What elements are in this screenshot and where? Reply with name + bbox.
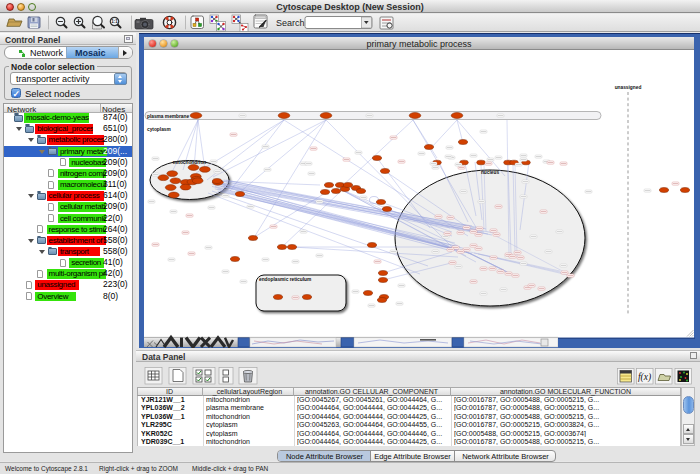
svg-text:f(x): f(x) <box>638 372 651 383</box>
